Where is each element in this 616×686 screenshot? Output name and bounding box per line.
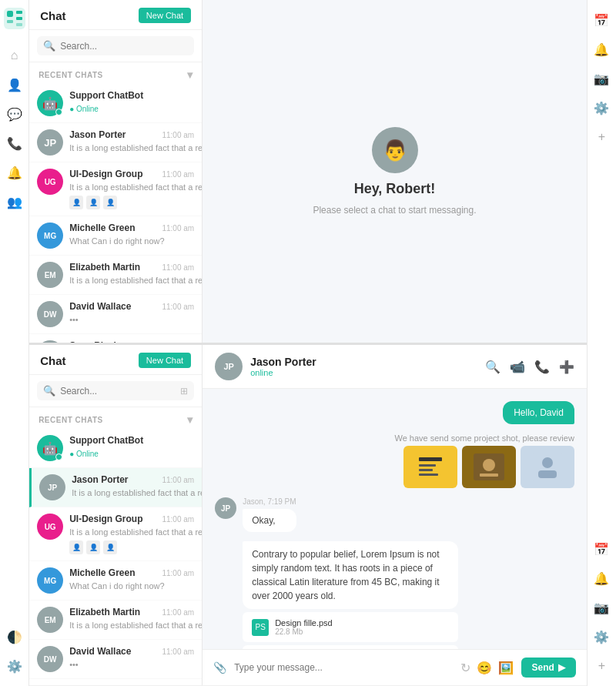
chat-item-elizabeth-bot[interactable]: EM Elizabeth Martin 11:00 am It is a lon… (29, 601, 202, 640)
sidebar-user-icon[interactable]: 👤 (2, 72, 27, 97)
search-input-bottom[interactable] (60, 386, 176, 397)
chat-item-michelle-bot[interactable]: MG Michelle Green 11:00 am What Can i do… (29, 561, 202, 601)
avatar-jason-top: JP (37, 129, 63, 156)
conv-search-btn[interactable]: 🔍 (485, 360, 500, 374)
svg-rect-5 (16, 23, 22, 26)
chat-preview-elizabeth-bot: It is a long established fact that a rea… (69, 621, 202, 630)
chat-list-items-bottom: 🤖 Support ChatBot ● Online JP (29, 429, 202, 685)
recent-filter-icon-top[interactable]: ▾ (187, 69, 193, 81)
conv-user-info: JP Jason Porter online (215, 353, 316, 380)
chat-list-bottom: Chat New Chat 🔍 ⊞ RECENT CHATS ▾ (29, 345, 203, 685)
list-view-icon[interactable]: ⊞ (180, 386, 188, 397)
right-add2-icon[interactable]: + (589, 654, 614, 678)
chat-name-michelle-top: Michelle Green (69, 223, 135, 233)
chat-name-jason-bot: Jason Porter (72, 474, 128, 485)
chat-item-sean-top[interactable]: SB Sean Black 11:00 am It is a long esta… (29, 334, 202, 343)
img-thumb-1 (403, 446, 457, 488)
avatar-elizabeth-bot: EM (37, 607, 63, 633)
chat-info-elizabeth-bot: Elizabeth Martin 11:00 am It is a long e… (69, 607, 194, 631)
msg-okay-content: Jason, 7:19 PM Okay, (243, 497, 296, 532)
chat-item-ui-bot[interactable]: UG UI-Design Group 11:00 am It is a long… (29, 507, 202, 561)
send-button[interactable]: Send ▶ (521, 658, 576, 678)
avatar-david-top: DW (37, 301, 63, 327)
chat-item-support-bot[interactable]: 🤖 Support ChatBot ● Online (29, 429, 202, 468)
sidebar-bell-icon[interactable]: 🔔 (2, 160, 27, 185)
conv-user-details: Jason Porter online (250, 356, 316, 377)
emoji-icon[interactable]: 😊 (477, 661, 492, 675)
chat-status-support-bot: ● Online (69, 450, 99, 458)
avatar-jason-bot: JP (39, 474, 65, 500)
chat-preview-david-bot: ••• (69, 660, 79, 669)
chat-preview-ui-bot: It is a long established fact that a rea… (69, 527, 202, 537)
search-icon-bottom: 🔍 (43, 385, 55, 397)
right-github2-icon[interactable]: ⚙️ (589, 624, 614, 649)
search-box-bottom: 🔍 ⊞ (29, 375, 202, 407)
conv-video-btn[interactable]: 📹 (510, 360, 525, 374)
msg-hello-wrap: Hello, David (215, 401, 574, 424)
right-bell2-icon[interactable]: 🔔 (589, 566, 614, 591)
chat-preview-jason-bot: It is a long established fact that a rea… (72, 488, 202, 497)
chat-time-michelle-top: 11:00 am (162, 224, 194, 233)
chat-time-david-bot: 11:00 am (162, 648, 194, 656)
chat-item-ui-top[interactable]: UG UI-Design Group 11:00 am It is a long… (29, 162, 202, 216)
send-arrow-icon: ▶ (558, 662, 565, 673)
chat-time-jason-top: 11:00 am (162, 131, 194, 139)
file-psd-icon: PS (252, 619, 269, 636)
recent-filter-icon-bottom[interactable]: ▾ (187, 413, 193, 426)
empty-avatar: 👨 (372, 127, 418, 173)
sidebar-home-icon[interactable]: ⌂ (2, 43, 27, 68)
msg-long-content: Contrary to popular belief, Lorem Ipsum … (243, 541, 458, 649)
new-chat-button-bottom[interactable]: New Chat (139, 353, 191, 368)
group-avatar-b1: 👤 (69, 540, 83, 554)
conversation-panel: JP Jason Porter online 🔍 📹 📞 ➕ (203, 345, 587, 685)
chat-item-jason-top[interactable]: JP Jason Porter 11:00 am It is a long es… (29, 123, 202, 162)
svg-rect-1 (7, 11, 13, 17)
attachment-icon[interactable]: 📎 (213, 661, 226, 674)
chat-icons-ui-bot: 👤 👤 👤 (69, 540, 194, 554)
chat-time-david-top: 11:00 am (162, 303, 194, 311)
chat-item-sean-bot[interactable]: SB Sean Black 11:00 am It is a long esta… (29, 679, 202, 685)
chat-preview-michelle-bot: What Can i do right now? (69, 581, 165, 591)
sidebar-chat-icon[interactable]: 💬 (2, 102, 27, 126)
search-box-top: 🔍 (29, 30, 202, 62)
refresh-icon[interactable]: ↻ (460, 661, 470, 675)
msg-okay-bubble: Okay, (243, 509, 296, 532)
input-actions: ↻ 😊 🖼️ (460, 661, 514, 675)
right-github-icon[interactable]: ⚙️ (589, 95, 614, 120)
message-input[interactable] (234, 662, 452, 673)
avatar-michelle-top: MG (37, 223, 63, 249)
right-calendar-icon[interactable]: 📅 (589, 8, 614, 32)
conv-add-btn[interactable]: ➕ (559, 360, 574, 374)
chat-item-support-top[interactable]: 🤖 Support ChatBot ● Online (29, 84, 202, 123)
right-add-icon[interactable]: + (589, 125, 614, 149)
chat-item-david-top[interactable]: DW David Wallace 11:00 am ••• (29, 295, 202, 334)
img-thumb-2 (462, 446, 516, 488)
messages-list: Hello, David We have send some project s… (203, 389, 587, 649)
chat-item-david-bot[interactable]: DW David Wallace 11:00 am ••• (29, 640, 202, 679)
avatar-ui-top: UG (37, 169, 63, 195)
recent-label-top: RECENT CHATS ▾ (29, 62, 202, 84)
chat-info-support-bot: Support ChatBot ● Online (69, 435, 194, 460)
sidebar-phone-icon[interactable]: 📞 (2, 131, 27, 156)
search-input-top[interactable] (60, 41, 188, 52)
chat-title-bottom: Chat (40, 354, 65, 367)
sidebar-group-icon[interactable]: 👥 (2, 189, 27, 214)
new-chat-button-top[interactable]: New Chat (139, 8, 191, 23)
conv-phone-btn[interactable]: 📞 (534, 360, 550, 374)
chat-name-elizabeth-bot: Elizabeth Martin (69, 607, 140, 617)
sidebar-settings-icon[interactable]: ⚙️ (2, 654, 27, 678)
right-calendar2-icon[interactable]: 📅 (589, 537, 614, 561)
right-camera-icon[interactable]: 📷 (589, 66, 614, 91)
sidebar-dark-mode-icon[interactable]: 🌓 (2, 624, 27, 649)
svg-point-12 (483, 459, 495, 471)
msg-long-wrap: Contrary to popular belief, Lorem Ipsum … (215, 541, 574, 649)
chat-item-michelle-top[interactable]: MG Michelle Green 11:00 am What Can i do… (29, 216, 202, 256)
chat-item-elizabeth-top[interactable]: EM Elizabeth Martin 11:00 am It is a lon… (29, 256, 202, 295)
avatar-ui-bot: UG (37, 514, 63, 540)
empty-content: 👨 Hey, Robert! Please select a chat to s… (203, 0, 587, 343)
chat-item-jason-bot[interactable]: JP Jason Porter 11:00 am It is a long es… (29, 468, 202, 507)
chat-info-elizabeth-top: Elizabeth Martin 11:00 am It is a long e… (69, 262, 194, 286)
image-icon[interactable]: 🖼️ (498, 661, 514, 675)
right-bell-icon[interactable]: 🔔 (589, 37, 614, 62)
right-camera2-icon[interactable]: 📷 (589, 595, 614, 620)
